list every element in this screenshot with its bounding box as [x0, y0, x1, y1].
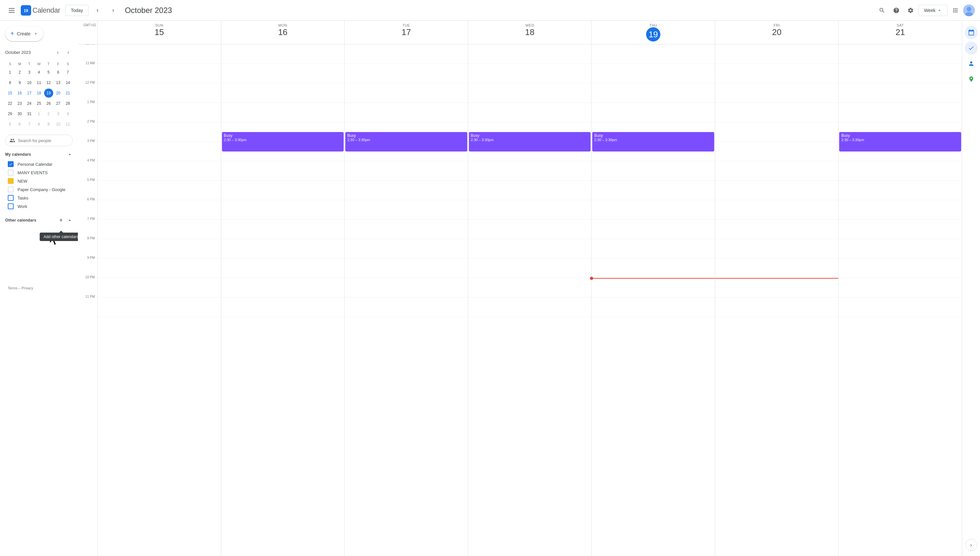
mini-cal-day[interactable]: 27	[53, 98, 63, 109]
day-col-4[interactable]: Busy2:30 – 3:30pm	[591, 44, 715, 556]
mini-cal-day[interactable]: 4	[34, 67, 44, 78]
search-people[interactable]: Search for people	[5, 135, 73, 146]
mini-cal-prev[interactable]: ‹	[53, 48, 62, 57]
mini-cal-next[interactable]: ›	[64, 48, 73, 57]
mini-cal-title[interactable]: October 2023	[5, 50, 31, 55]
calendar-checkbox-tasks[interactable]	[8, 195, 14, 201]
day-header-fri[interactable]: FRI20	[715, 21, 839, 44]
mini-cal-day[interactable]: 6	[15, 119, 25, 129]
expand-panel-button[interactable]: ›	[965, 539, 977, 551]
calendar-item-many-events[interactable]: MANY EVENTS	[5, 168, 73, 177]
day-header-wed[interactable]: WED18	[468, 21, 592, 44]
day-header-thu[interactable]: THU19	[591, 21, 715, 44]
mini-cal-day[interactable]: 7	[63, 67, 73, 78]
mini-cal-day[interactable]: 13	[53, 78, 63, 88]
mini-cal-day[interactable]: 19	[44, 88, 53, 98]
mini-cal-day[interactable]: 23	[15, 98, 25, 109]
mini-cal-day[interactable]: 6	[53, 67, 63, 78]
my-calendars-header[interactable]: My calendars	[5, 149, 73, 160]
mini-cal-day[interactable]: 10	[53, 119, 63, 129]
calendar-checkbox-paper-company[interactable]	[8, 186, 14, 192]
mini-cal-day[interactable]: 26	[44, 98, 53, 109]
mini-cal-day[interactable]: 3	[24, 67, 34, 78]
mini-cal-day[interactable]: 8	[5, 78, 15, 88]
day-header-mon[interactable]: MON16	[221, 21, 344, 44]
mini-cal-day[interactable]: 28	[63, 98, 73, 109]
mini-cal-day[interactable]: 8	[34, 119, 44, 129]
right-calendar-icon[interactable]	[965, 26, 978, 39]
other-calendars-header[interactable]: Other calendars + Add other calendars	[5, 213, 73, 227]
calendar-event[interactable]: Busy2:30 – 3:30pm	[222, 132, 344, 152]
day-col-6[interactable]: Busy2:30 – 3:30pm	[838, 44, 962, 556]
mini-cal-day[interactable]: 30	[15, 109, 25, 119]
view-selector[interactable]: Week	[919, 5, 948, 16]
day-col-1[interactable]: Busy2:30 – 3:30pm	[221, 44, 344, 556]
mini-cal-day[interactable]: 9	[15, 78, 25, 88]
mini-cal-day[interactable]: 5	[5, 119, 15, 129]
calendar-event[interactable]: Busy2:30 – 3:30pm	[469, 132, 591, 152]
calendar-checkbox-work[interactable]	[8, 204, 14, 209]
day-header-tue[interactable]: TUE17	[344, 21, 468, 44]
mini-cal-day[interactable]: 5	[44, 67, 53, 78]
settings-button[interactable]	[904, 4, 917, 17]
calendar-event[interactable]: Busy2:30 – 3:30pm	[592, 132, 714, 152]
calendar-item-tasks[interactable]: Tasks	[5, 194, 73, 202]
mini-cal-day[interactable]: 11	[34, 78, 44, 88]
right-map-icon[interactable]	[965, 73, 978, 86]
day-col-2[interactable]: Busy2:30 – 3:30pm	[344, 44, 468, 556]
mini-cal-day[interactable]: 2	[44, 109, 53, 119]
apps-button[interactable]	[949, 4, 962, 17]
menu-button[interactable]	[5, 4, 18, 17]
app-logo[interactable]: 19 Calendar	[21, 5, 60, 16]
mini-cal-day[interactable]: 1	[5, 67, 15, 78]
mini-cal-day[interactable]: 4	[63, 109, 73, 119]
calendar-event[interactable]: Busy2:30 – 3:30pm	[839, 132, 961, 152]
privacy-link[interactable]: Privacy	[21, 286, 33, 290]
search-button[interactable]	[875, 4, 888, 17]
right-tasks-icon[interactable]	[965, 42, 978, 55]
mini-cal-day[interactable]: 20	[53, 88, 63, 98]
create-button[interactable]: + Create	[5, 26, 44, 41]
mini-cal-day[interactable]: 3	[53, 109, 63, 119]
mini-cal-day[interactable]: 14	[63, 78, 73, 88]
prev-button[interactable]: ‹	[91, 4, 104, 17]
mini-cal-day[interactable]: 7	[24, 119, 34, 129]
mini-cal-day[interactable]: 2	[15, 67, 25, 78]
mini-cal-day[interactable]: 21	[63, 88, 73, 98]
calendar-item-new[interactable]: NEW	[5, 177, 73, 185]
calendar-event[interactable]: Busy2:30 – 3:30pm	[345, 132, 467, 152]
mini-cal-day[interactable]: 1	[34, 109, 44, 119]
day-col-0[interactable]	[97, 44, 221, 556]
next-button[interactable]: ›	[107, 4, 120, 17]
mini-cal-day[interactable]: 24	[24, 98, 34, 109]
mini-cal-day[interactable]: 25	[34, 98, 44, 109]
day-header-sat[interactable]: SAT21	[838, 21, 962, 44]
day-header-sun[interactable]: SUN15	[97, 21, 221, 44]
mini-cal-day[interactable]: 31	[24, 109, 34, 119]
mini-cal-day[interactable]: 18	[34, 88, 44, 98]
terms-link[interactable]: Terms	[8, 286, 18, 290]
right-people-icon[interactable]	[965, 57, 978, 70]
mini-cal-day[interactable]: 9	[44, 119, 53, 129]
mini-cal-day[interactable]: 12	[44, 78, 53, 88]
calendar-checkbox-personal[interactable]	[8, 161, 14, 167]
calendar-checkbox-many-events[interactable]	[8, 170, 14, 176]
day-col-5[interactable]	[715, 44, 839, 556]
mini-cal-day[interactable]: 15	[5, 88, 15, 98]
mini-cal-day[interactable]: 16	[15, 88, 25, 98]
calendar-item-work[interactable]: Work	[5, 202, 73, 210]
calendar-item-paper-company[interactable]: Paper Company - Google	[5, 185, 73, 194]
calendar-item-personal[interactable]: Personal Calendar	[5, 160, 73, 168]
help-button[interactable]	[890, 4, 903, 17]
mini-cal-day[interactable]: 22	[5, 98, 15, 109]
user-avatar[interactable]	[963, 5, 975, 16]
mini-cal-day[interactable]: 11	[63, 119, 73, 129]
hour-line	[468, 278, 592, 297]
calendar-checkbox-new[interactable]	[8, 178, 14, 184]
day-col-3[interactable]: Busy2:30 – 3:30pm	[468, 44, 592, 556]
today-button[interactable]: Today	[65, 5, 88, 16]
mini-cal-day[interactable]: 17	[24, 88, 34, 98]
mini-cal-day[interactable]: 29	[5, 109, 15, 119]
add-calendar-button[interactable]: +	[57, 216, 66, 225]
mini-cal-day[interactable]: 10	[24, 78, 34, 88]
